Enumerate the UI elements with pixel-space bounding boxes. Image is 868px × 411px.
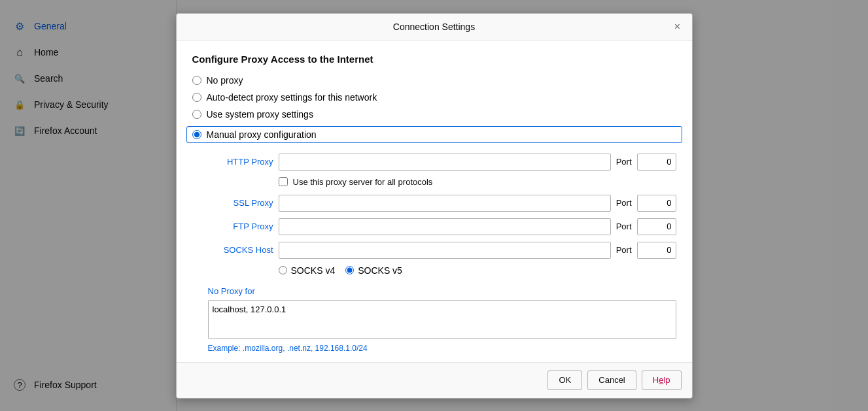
manual-proxy-radio[interactable] — [192, 130, 201, 139]
help-button[interactable]: Help — [642, 370, 682, 390]
http-proxy-input[interactable] — [279, 154, 611, 171]
ssl-port-label: Port — [616, 198, 632, 208]
no-proxy-section: No Proxy for localhost, 127.0.0.1 Exampl… — [208, 286, 676, 353]
no-proxy-radio[interactable] — [192, 76, 201, 85]
proxy-section-title: Configure Proxy Access to the Internet — [192, 54, 676, 65]
proxy-radio-group: No proxy Auto-detect proxy settings for … — [192, 75, 676, 143]
http-port-input[interactable] — [637, 154, 676, 171]
socks-v4-label: SOCKS v4 — [291, 265, 336, 276]
no-proxy-for-label: No Proxy for — [208, 286, 676, 296]
ok-button[interactable]: OK — [547, 370, 582, 390]
auto-detect-option[interactable]: Auto-detect proxy settings for this netw… — [192, 92, 676, 103]
cancel-button[interactable]: Cancel — [587, 370, 636, 390]
dialog-title: Connection Settings — [393, 22, 475, 32]
ftp-proxy-label: FTP Proxy — [208, 222, 273, 231]
http-port-label: Port — [616, 157, 632, 167]
ssl-proxy-input[interactable] — [279, 195, 611, 212]
http-proxy-label: HTTP Proxy — [208, 157, 273, 167]
socks-v5-label: SOCKS v5 — [358, 265, 402, 276]
manual-proxy-label: Manual proxy configuration — [207, 129, 317, 140]
ssl-port-input[interactable] — [637, 195, 676, 212]
ssl-proxy-label: SSL Proxy — [208, 198, 273, 208]
auto-detect-label: Auto-detect proxy settings for this netw… — [207, 92, 377, 103]
modal-overlay: Connection Settings × Configure Proxy Ac… — [0, 0, 868, 411]
system-proxy-label: Use system proxy settings — [207, 109, 313, 120]
socks-host-row: SOCKS Host Port — [208, 242, 676, 259]
socks-v4-option[interactable]: SOCKS v4 — [279, 265, 336, 276]
no-proxy-option[interactable]: No proxy — [192, 75, 676, 86]
http-proxy-row: HTTP Proxy Port — [208, 154, 676, 171]
help-rest: lp — [663, 375, 670, 385]
ssl-proxy-row: SSL Proxy Port — [208, 195, 676, 212]
socks-v5-option[interactable]: SOCKS v5 — [345, 265, 402, 276]
socks-host-input[interactable] — [279, 242, 611, 259]
dialog-footer: OK Cancel Help — [177, 362, 692, 398]
close-button[interactable]: × — [670, 19, 686, 35]
connection-settings-dialog: Connection Settings × Configure Proxy Ac… — [176, 13, 693, 399]
use-all-protocols-row: Use this proxy server for all protocols — [279, 177, 676, 187]
socks-v5-radio[interactable] — [345, 266, 354, 274]
socks-port-label: Port — [616, 245, 632, 255]
socks-version-row: SOCKS v4 SOCKS v5 — [279, 265, 676, 276]
proxy-config-section: HTTP Proxy Port Use this proxy server fo… — [208, 154, 676, 353]
system-proxy-option[interactable]: Use system proxy settings — [192, 109, 676, 120]
ftp-proxy-input[interactable] — [279, 218, 611, 235]
ftp-port-label: Port — [616, 222, 632, 231]
manual-proxy-option[interactable]: Manual proxy configuration — [186, 126, 682, 143]
no-proxy-textarea[interactable]: localhost, 127.0.0.1 — [208, 300, 676, 339]
no-proxy-label: No proxy — [207, 75, 243, 86]
example-text: Example: .mozilla.org, .net.nz, 192.168.… — [208, 344, 676, 353]
ftp-proxy-row: FTP Proxy Port — [208, 218, 676, 235]
dialog-titlebar: Connection Settings × — [177, 14, 692, 41]
socks-port-input[interactable] — [637, 242, 676, 259]
auto-detect-radio[interactable] — [192, 93, 201, 102]
dialog-body: Configure Proxy Access to the Internet N… — [177, 41, 692, 362]
use-all-protocols-checkbox[interactable] — [279, 177, 288, 186]
ftp-port-input[interactable] — [637, 218, 676, 235]
socks-host-label: SOCKS Host — [208, 245, 273, 255]
use-all-protocols-label[interactable]: Use this proxy server for all protocols — [293, 177, 433, 187]
system-proxy-radio[interactable] — [192, 110, 201, 119]
socks-v4-radio[interactable] — [279, 266, 287, 274]
